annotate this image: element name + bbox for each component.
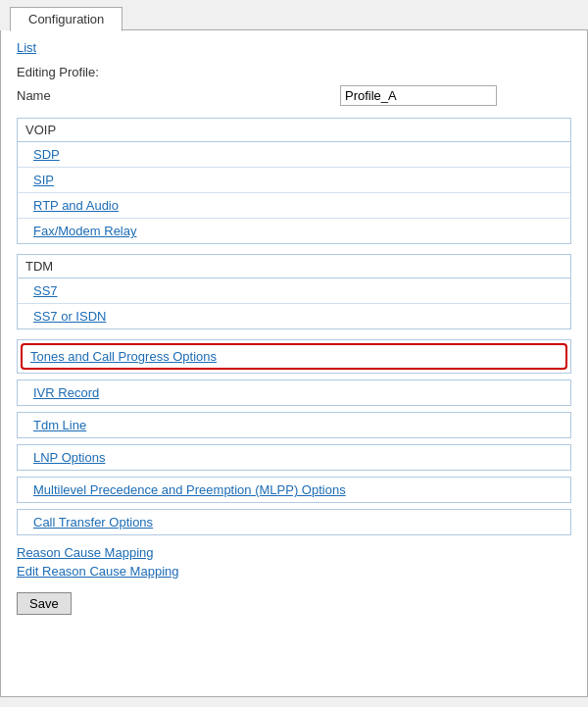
tdm-line-link[interactable]: Tdm Line [33, 418, 86, 432]
save-button[interactable]: Save [17, 592, 72, 615]
voip-item-sip: SIP [18, 168, 570, 193]
lnp-item: LNP Options [18, 445, 570, 470]
voip-link-rtp[interactable]: RTP and Audio [33, 198, 119, 213]
lnp-link[interactable]: LNP Options [33, 450, 105, 465]
voip-item-rtp: RTP and Audio [18, 193, 570, 219]
name-input[interactable] [340, 85, 497, 106]
tones-highlighted-border: Tones and Call Progress Options [21, 343, 567, 370]
tdm-item-ss7: SS7 [18, 278, 570, 304]
tdm-item-ss7isdn: SS7 or ISDN [18, 304, 570, 328]
mlpp-section: Multilevel Precedence and Preemption (ML… [17, 477, 571, 503]
tdm-line-section: Tdm Line [17, 412, 571, 438]
tab-bar: Configuration [0, 0, 588, 30]
tdm-link-ss7isdn[interactable]: SS7 or ISDN [33, 309, 106, 324]
ivr-record-link[interactable]: IVR Record [33, 385, 99, 400]
call-transfer-section: Call Transfer Options [17, 509, 571, 535]
tones-wrapper: Tones and Call Progress Options [17, 339, 571, 374]
lnp-section: LNP Options [17, 444, 571, 471]
mlpp-item: Multilevel Precedence and Preemption (ML… [18, 478, 570, 502]
tdm-section: TDM SS7 SS7 or ISDN [17, 254, 571, 329]
name-label: Name [17, 88, 66, 103]
list-link[interactable]: List [17, 40, 36, 55]
edit-reason-cause-mapping-link[interactable]: Edit Reason Cause Mapping [17, 564, 571, 579]
tab-configuration[interactable]: Configuration [10, 7, 122, 31]
tab-line [122, 29, 588, 30]
name-row: Name [17, 85, 571, 106]
page-container: Configuration List Editing Profile: Name… [0, 0, 588, 707]
ivr-record-item: IVR Record [18, 380, 570, 405]
main-content: List Editing Profile: Name VOIP SDP SIP … [0, 30, 588, 697]
voip-item-sdp: SDP [18, 142, 570, 168]
voip-link-sip[interactable]: SIP [33, 173, 54, 187]
call-transfer-link[interactable]: Call Transfer Options [33, 515, 153, 530]
reason-cause-mapping-link[interactable]: Reason Cause Mapping [17, 545, 571, 560]
voip-link-sdp[interactable]: SDP [33, 147, 60, 162]
mlpp-link[interactable]: Multilevel Precedence and Preemption (ML… [33, 482, 346, 497]
editing-profile-label: Editing Profile: [17, 65, 571, 79]
bottom-links: Reason Cause Mapping Edit Reason Cause M… [17, 545, 571, 579]
tones-link[interactable]: Tones and Call Progress Options [30, 349, 217, 364]
ivr-record-section: IVR Record [17, 379, 571, 406]
tdm-link-ss7[interactable]: SS7 [33, 283, 58, 298]
tdm-header: TDM [18, 255, 570, 278]
voip-link-fax[interactable]: Fax/Modem Relay [33, 224, 136, 238]
call-transfer-item: Call Transfer Options [18, 510, 570, 534]
voip-section: VOIP SDP SIP RTP and Audio Fax/Modem Rel… [17, 118, 571, 244]
voip-header: VOIP [18, 119, 570, 142]
voip-item-fax: Fax/Modem Relay [18, 219, 570, 243]
tab-configuration-label: Configuration [28, 12, 104, 26]
tdm-line-item: Tdm Line [18, 413, 570, 437]
